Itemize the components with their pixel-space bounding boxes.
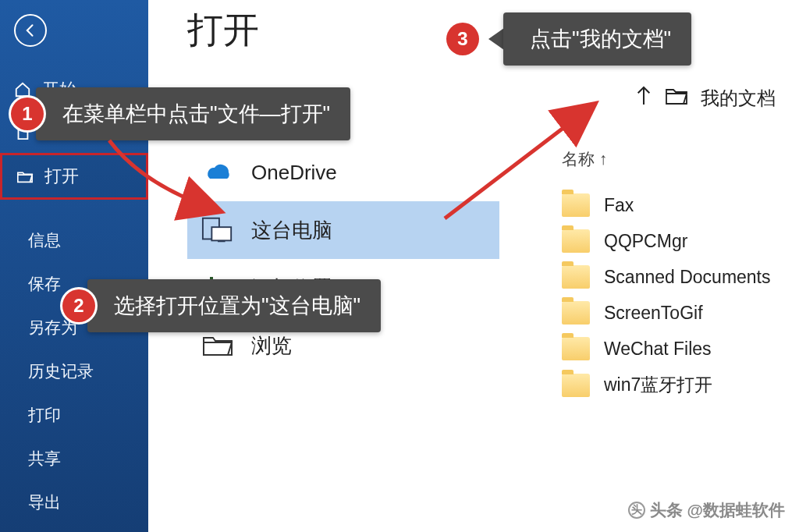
- watermark: 头 头条 @数据蛙软件: [628, 499, 785, 521]
- location-label: 浏览: [251, 332, 292, 360]
- backstage-sidebar: 开始 新建 打开 信息 保存 另存为 历史记录 打印 共享 导出: [0, 0, 148, 532]
- folder-name: ScreenToGif: [604, 303, 703, 324]
- folder-list: Fax QQPCMgr Scanned Documents ScreenToGi…: [562, 187, 771, 403]
- column-header-name[interactable]: 名称 ↑: [562, 148, 607, 170]
- callout-pointer: [488, 28, 504, 50]
- annotation-number: 1: [11, 98, 44, 130]
- annotation-number: 3: [446, 23, 479, 55]
- sidebar-item-print[interactable]: 打印: [0, 393, 148, 437]
- folder-name: win7蓝牙打开: [604, 373, 712, 397]
- browse-icon: [201, 329, 234, 362]
- folder-row[interactable]: QQPCMgr: [562, 223, 771, 259]
- annotation-text: 在菜单栏中点击"文件—打开": [36, 87, 350, 140]
- sidebar-item-label: 信息: [28, 229, 61, 251]
- location-label: OneDrive: [251, 161, 337, 185]
- annotation-3: 3 点击"我的文档": [446, 12, 691, 66]
- sidebar-item-label: 历史记录: [28, 360, 94, 382]
- up-arrow-icon[interactable]: [635, 86, 652, 111]
- sidebar-item-open[interactable]: 打开: [0, 153, 148, 200]
- sidebar-item-label: 导出: [28, 491, 61, 513]
- folder-row[interactable]: Scanned Documents: [562, 259, 771, 295]
- folder-icon: [665, 86, 688, 111]
- folder-icon: [562, 337, 590, 360]
- annotation-number: 2: [62, 289, 95, 322]
- folder-name: QQPCMgr: [604, 231, 687, 252]
- sidebar-item-share[interactable]: 共享: [0, 437, 148, 481]
- folder-open-icon: [16, 168, 34, 185]
- svg-rect-3: [218, 240, 225, 242]
- svg-rect-2: [211, 227, 231, 240]
- sidebar-item-label: 打开: [44, 165, 79, 188]
- sidebar-item-export[interactable]: 导出: [0, 481, 148, 524]
- folder-icon: [562, 374, 590, 397]
- annotation-text: 选择打开位置为"这台电脑": [87, 279, 381, 332]
- folder-row[interactable]: ScreenToGif: [562, 295, 771, 331]
- folder-row[interactable]: Fax: [562, 187, 771, 223]
- location-onedrive[interactable]: OneDrive: [187, 144, 499, 201]
- annotation-2: 2 选择打开位置为"这台电脑": [62, 279, 381, 332]
- folder-row[interactable]: win7蓝牙打开: [562, 367, 771, 403]
- watermark-text: 头条 @数据蛙软件: [650, 499, 785, 521]
- back-button[interactable]: [14, 14, 47, 47]
- sidebar-item-info[interactable]: 信息: [0, 218, 148, 262]
- annotation-text: 点击"我的文档": [503, 12, 691, 66]
- folder-icon: [562, 229, 590, 253]
- page-title: 打开: [187, 6, 259, 55]
- folder-icon: [562, 193, 590, 217]
- annotation-1: 1 在菜单栏中点击"文件—打开": [11, 87, 350, 140]
- folder-icon: [562, 265, 590, 289]
- breadcrumb[interactable]: 我的文档: [635, 86, 776, 111]
- sidebar-item-label: 保存: [28, 273, 61, 295]
- folder-icon: [562, 301, 590, 325]
- sidebar-item-label: 打印: [28, 404, 61, 426]
- computer-icon: [201, 214, 234, 246]
- location-label: 这台电脑: [251, 217, 332, 244]
- sidebar-item-label: 共享: [28, 448, 61, 470]
- folder-row[interactable]: WeChat Files: [562, 331, 771, 367]
- onedrive-icon: [201, 156, 234, 189]
- breadcrumb-label: 我的文档: [701, 86, 776, 111]
- location-thispc[interactable]: 这台电脑: [187, 201, 499, 259]
- folder-name: WeChat Files: [604, 339, 712, 360]
- sidebar-item-history[interactable]: 历史记录: [0, 349, 148, 393]
- folder-name: Fax: [604, 195, 634, 216]
- watermark-icon: 头: [628, 502, 645, 519]
- folder-name: Scanned Documents: [604, 267, 771, 288]
